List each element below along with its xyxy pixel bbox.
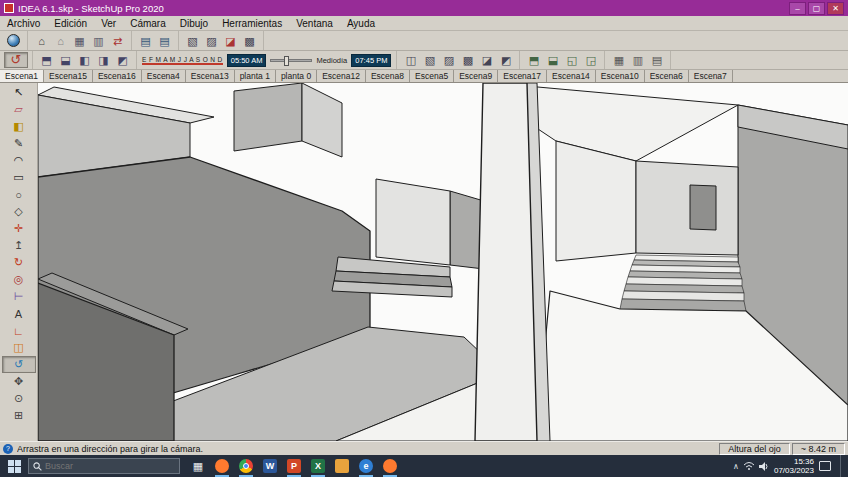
tray-clock[interactable]: 15:36 07/03/2023: [774, 457, 814, 475]
zoom-extents-tool[interactable]: ⊞: [2, 407, 36, 424]
view-front-icon[interactable]: ◧: [75, 52, 94, 68]
home-icon[interactable]: ⌂: [32, 33, 51, 49]
scene-tab-planta-1[interactable]: planta 1: [235, 70, 276, 82]
doc-back-icon[interactable]: ▤: [136, 33, 155, 49]
scene-tab-escena1[interactable]: Escena1: [0, 70, 44, 82]
model-cube-icon-3[interactable]: ▩: [240, 33, 259, 49]
polygon-tool[interactable]: ◇: [2, 203, 36, 220]
camera-sphere-icon[interactable]: [4, 33, 23, 49]
maximize-button[interactable]: ▢: [808, 2, 825, 15]
view-side-icon[interactable]: ◨: [94, 52, 113, 68]
firefox-icon[interactable]: [210, 455, 234, 477]
task-view-icon[interactable]: ▦: [186, 455, 210, 477]
layers-icon[interactable]: ▦: [609, 52, 628, 68]
menu-camara[interactable]: Cámara: [123, 16, 173, 31]
offset-tool[interactable]: ◎: [2, 271, 36, 288]
axes-tool[interactable]: ∟: [2, 322, 36, 339]
show-desktop-button[interactable]: [840, 455, 844, 477]
section-plane-tool[interactable]: ◫: [2, 339, 36, 356]
scene-tab-escena15[interactable]: Escena15: [44, 70, 93, 82]
menu-dibujo[interactable]: Dibujo: [173, 16, 215, 31]
scene-tab-escena13[interactable]: Escena13: [186, 70, 235, 82]
orbit-active-icon[interactable]: ↺: [4, 52, 28, 68]
text-tool[interactable]: A: [2, 305, 36, 322]
scene-tab-escena10[interactable]: Escena10: [596, 70, 645, 82]
plan-view-icon[interactable]: ⬒: [524, 52, 543, 68]
move-tool[interactable]: ✛: [2, 220, 36, 237]
scene-tab-escena7[interactable]: Escena7: [689, 70, 733, 82]
model-cube-red-icon[interactable]: ◪: [221, 33, 240, 49]
pan-tool[interactable]: ✥: [2, 373, 36, 390]
window-grid-icon[interactable]: ▥: [89, 33, 108, 49]
menu-archivo[interactable]: Archivo: [0, 16, 47, 31]
rectangle-tool[interactable]: ▭: [2, 169, 36, 186]
powerpoint-icon[interactable]: P: [282, 455, 306, 477]
menu-ayuda[interactable]: Ayuda: [340, 16, 382, 31]
select-tool[interactable]: ↖: [2, 84, 36, 101]
components-icon[interactable]: ▤: [647, 52, 666, 68]
section-cut-icon[interactable]: ⬓: [543, 52, 562, 68]
view-iso-icon[interactable]: ⬒: [37, 52, 56, 68]
swap-views-icon[interactable]: ⇄: [108, 33, 127, 49]
speaker-icon[interactable]: [759, 462, 769, 471]
menu-ver[interactable]: Ver: [94, 16, 123, 31]
scene-tab-planta-0[interactable]: planta 0: [276, 70, 317, 82]
zoom-tool[interactable]: ⊙: [2, 390, 36, 407]
push-pull-tool[interactable]: ↥: [2, 237, 36, 254]
facade-icon[interactable]: ▦: [70, 33, 89, 49]
scene-tab-escena12[interactable]: Escena12: [317, 70, 366, 82]
model-cube-icon-2[interactable]: ▨: [202, 33, 221, 49]
scene-tab-escena6[interactable]: Escena6: [645, 70, 689, 82]
section-outline-icon[interactable]: ◲: [581, 52, 600, 68]
materials-icon[interactable]: ▥: [628, 52, 647, 68]
model-cube-icon-1[interactable]: ▧: [183, 33, 202, 49]
word-icon[interactable]: W: [258, 455, 282, 477]
edge-icon[interactable]: e: [354, 455, 378, 477]
shadow-months-slider[interactable]: E F M A M J J A S O N D: [142, 56, 223, 65]
menu-edicion[interactable]: Edición: [47, 16, 94, 31]
help-icon[interactable]: ?: [3, 444, 13, 454]
style-wireframe-icon[interactable]: ◫: [401, 52, 420, 68]
scene-tab-escena5[interactable]: Escena5: [410, 70, 454, 82]
chrome-icon[interactable]: [234, 455, 258, 477]
style-hidden-line-icon[interactable]: ▧: [420, 52, 439, 68]
scene-tab-escena17[interactable]: Escena17: [498, 70, 547, 82]
close-button[interactable]: ✕: [827, 2, 844, 15]
start-button[interactable]: [0, 455, 28, 477]
shadows-toggle-icon[interactable]: ◩: [113, 52, 132, 68]
search-input[interactable]: [45, 461, 155, 471]
menu-ventana[interactable]: Ventana: [289, 16, 340, 31]
minimize-button[interactable]: –: [789, 2, 806, 15]
eye-height-value[interactable]: ~ 8.42 m: [792, 443, 845, 455]
slider-thumb[interactable]: [284, 56, 289, 66]
folder-icon[interactable]: [330, 455, 354, 477]
scene-tab-escena9[interactable]: Escena9: [454, 70, 498, 82]
style-shaded-icon[interactable]: ▨: [439, 52, 458, 68]
tray-chevron-up-icon[interactable]: ∧: [733, 462, 739, 471]
scene-tab-escena4[interactable]: Escena4: [142, 70, 186, 82]
3d-viewport[interactable]: [38, 83, 848, 441]
menu-herramientas[interactable]: Herramientas: [215, 16, 289, 31]
wifi-icon[interactable]: [744, 462, 754, 470]
style-xray-icon[interactable]: ◩: [496, 52, 515, 68]
scene-tab-escena14[interactable]: Escena14: [547, 70, 596, 82]
circle-tool[interactable]: ○: [2, 186, 36, 203]
scene-tab-escena16[interactable]: Escena16: [93, 70, 142, 82]
shadow-time-slider[interactable]: [270, 59, 312, 62]
notification-center-icon[interactable]: [819, 461, 831, 471]
scene-tab-escena8[interactable]: Escena8: [366, 70, 410, 82]
style-textured-icon[interactable]: ▩: [458, 52, 477, 68]
home-wire-icon[interactable]: ⌂: [51, 33, 70, 49]
orbit-tool[interactable]: ↺: [2, 356, 36, 373]
style-monochrome-icon[interactable]: ◪: [477, 52, 496, 68]
tape-measure-tool[interactable]: ⊢: [2, 288, 36, 305]
paint-bucket-tool[interactable]: ◧: [2, 118, 36, 135]
view-top-icon[interactable]: ⬓: [56, 52, 75, 68]
arc-tool[interactable]: ◠: [2, 152, 36, 169]
doc-forward-icon[interactable]: ▤: [155, 33, 174, 49]
excel-icon[interactable]: X: [306, 455, 330, 477]
rotate-tool[interactable]: ↻: [2, 254, 36, 271]
taskbar-search[interactable]: [28, 458, 180, 474]
firefox-icon-2[interactable]: [378, 455, 402, 477]
eraser-tool[interactable]: ▱: [2, 101, 36, 118]
